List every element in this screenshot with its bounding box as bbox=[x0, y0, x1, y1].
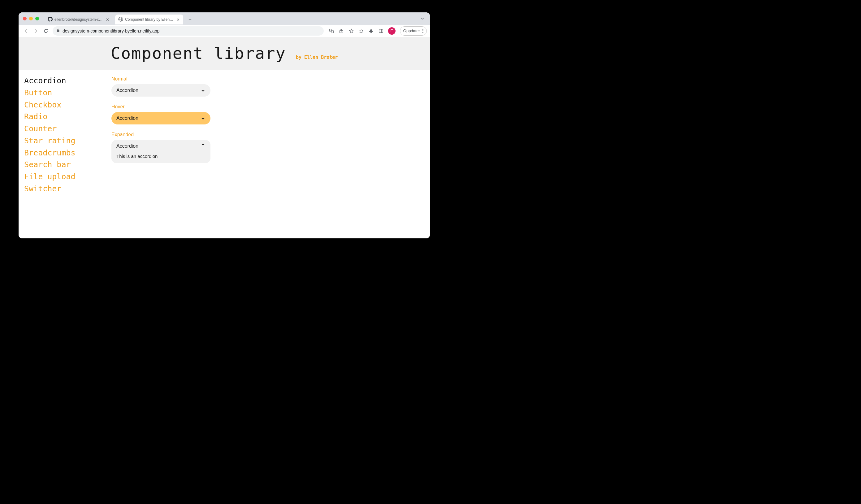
section-label-expanded: Expanded bbox=[111, 132, 430, 137]
accordion-header[interactable]: Accordion bbox=[117, 115, 205, 121]
sidebar: Accordion Button Checkbox Radio Counter … bbox=[18, 75, 105, 233]
globe-icon bbox=[118, 17, 123, 23]
translate-icon[interactable]: 文 bbox=[329, 28, 334, 34]
new-tab-button[interactable]: ＋ bbox=[186, 15, 194, 24]
svg-text:文: 文 bbox=[330, 29, 331, 31]
section-label-normal: Normal bbox=[111, 76, 430, 82]
github-icon bbox=[47, 17, 53, 23]
accordion-normal[interactable]: Accordion bbox=[111, 84, 210, 97]
accordion-hover[interactable]: Accordion bbox=[111, 112, 210, 124]
menu-icon bbox=[422, 29, 423, 33]
browser-window: ellenbroter/designsystem-com ✕ Component… bbox=[18, 12, 430, 239]
maximize-window-button[interactable] bbox=[35, 17, 39, 21]
arrow-up-icon bbox=[201, 143, 205, 149]
update-button[interactable]: Oppdater bbox=[400, 26, 427, 36]
tab-title: ellenbroter/designsystem-com bbox=[54, 17, 104, 22]
page-body: Accordion Button Checkbox Radio Counter … bbox=[18, 70, 430, 239]
sidebar-item-breadcrumbs[interactable]: Breadcrumbs bbox=[24, 147, 105, 159]
sidebar-item-radio[interactable]: Radio bbox=[24, 111, 105, 123]
main: Normal Accordion Hover Accordion bbox=[105, 75, 430, 233]
sidebar-item-file-upload[interactable]: File upload bbox=[24, 171, 105, 183]
page-byline: by Ellen Brøter bbox=[296, 54, 338, 60]
profile-avatar[interactable]: E bbox=[388, 27, 396, 35]
tab-overflow-button[interactable] bbox=[418, 14, 427, 23]
svg-rect-3 bbox=[57, 30, 59, 32]
url-text: designsystem-componentlibrary-byellen.ne… bbox=[63, 28, 159, 33]
tab-title: Component library by Ellen Br bbox=[125, 17, 174, 22]
close-window-button[interactable] bbox=[23, 17, 27, 21]
sidebar-item-counter[interactable]: Counter bbox=[24, 123, 105, 135]
accordion-header[interactable]: Accordion bbox=[117, 143, 205, 149]
tab-bar: ellenbroter/designsystem-com ✕ Component… bbox=[18, 12, 430, 25]
close-tab-icon[interactable]: ✕ bbox=[176, 17, 180, 22]
toolbar: designsystem-componentlibrary-byellen.ne… bbox=[18, 25, 430, 37]
sidebar-item-button[interactable]: Button bbox=[24, 87, 105, 99]
arrow-down-icon bbox=[201, 87, 205, 94]
close-tab-icon[interactable]: ✕ bbox=[105, 17, 110, 22]
extensions-icon[interactable] bbox=[368, 28, 374, 34]
lock-icon bbox=[56, 28, 60, 33]
share-icon[interactable] bbox=[339, 28, 344, 34]
sidebar-item-switcher[interactable]: Switcher bbox=[24, 183, 105, 195]
sidebar-item-search-bar[interactable]: Search bar bbox=[24, 159, 105, 171]
accordion-expanded[interactable]: Accordion This is an accordion bbox=[111, 140, 210, 163]
bug-icon[interactable] bbox=[358, 28, 364, 34]
page-header: Component library by Ellen Brøter bbox=[18, 37, 430, 70]
accordion-title: Accordion bbox=[117, 115, 138, 121]
sidebar-item-checkbox[interactable]: Checkbox bbox=[24, 99, 105, 111]
sidepanel-icon[interactable] bbox=[378, 28, 384, 34]
accordion-title: Accordion bbox=[117, 143, 138, 149]
profile-letter: E bbox=[391, 29, 393, 33]
reload-button[interactable] bbox=[41, 27, 50, 35]
tab-component-library[interactable]: Component library by Ellen Br ✕ bbox=[115, 15, 183, 25]
accordion-title: Accordion bbox=[117, 87, 138, 93]
sidebar-item-accordion[interactable]: Accordion bbox=[24, 75, 105, 87]
svg-point-6 bbox=[360, 30, 362, 32]
sidebar-item-star-rating[interactable]: Star rating bbox=[24, 135, 105, 147]
minimize-window-button[interactable] bbox=[29, 17, 33, 21]
page-content: Component library by Ellen Brøter Accord… bbox=[18, 37, 430, 239]
arrow-down-icon bbox=[201, 115, 205, 121]
section-label-hover: Hover bbox=[111, 104, 430, 110]
svg-rect-7 bbox=[379, 29, 383, 32]
accordion-header[interactable]: Accordion bbox=[117, 87, 205, 94]
window-controls bbox=[23, 17, 39, 21]
accordion-body: This is an accordion bbox=[117, 153, 205, 159]
star-icon[interactable] bbox=[348, 28, 354, 34]
update-label: Oppdater bbox=[403, 28, 420, 33]
page-title: Component library bbox=[111, 44, 286, 63]
forward-button[interactable] bbox=[31, 27, 40, 35]
toolbar-actions: 文 E Oppdater bbox=[329, 26, 427, 36]
tab-github[interactable]: ellenbroter/designsystem-com ✕ bbox=[44, 15, 113, 25]
url-bar[interactable]: designsystem-componentlibrary-byellen.ne… bbox=[53, 26, 324, 36]
back-button[interactable] bbox=[22, 27, 30, 35]
